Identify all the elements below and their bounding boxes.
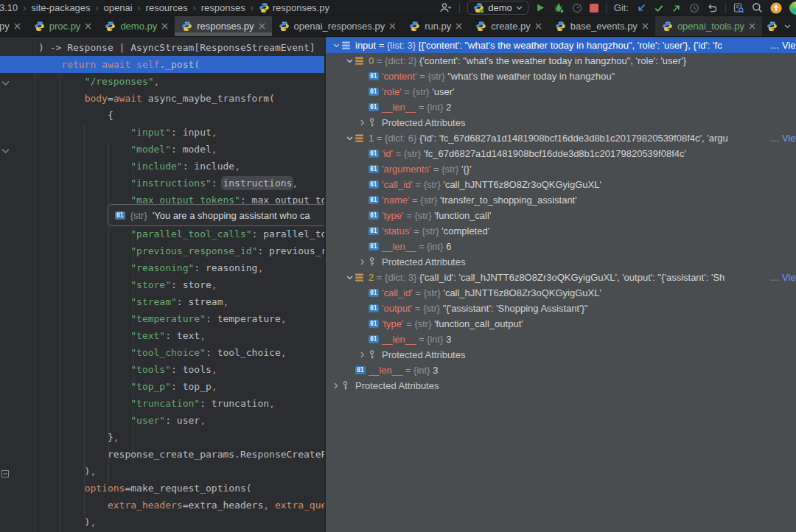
variable-row[interactable]: Protected Attributes	[326, 254, 796, 270]
profiler-icon[interactable]	[572, 3, 582, 13]
variable-row[interactable]: 01'type' = {str} 'function_call_output'	[326, 316, 796, 332]
git-label: Git:	[614, 2, 629, 13]
variable-row[interactable]: Protected Attributes	[326, 115, 796, 130]
close-icon[interactable]	[259, 23, 265, 29]
user-icon[interactable]	[439, 2, 452, 13]
tab-create.py[interactable]: create.py	[469, 16, 548, 36]
tab-openai_responses.py[interactable]: openai_responses.py	[272, 16, 403, 36]
view-link[interactable]: View	[782, 133, 796, 144]
tab-proc.py[interactable]: proc.py	[27, 16, 99, 36]
close-icon[interactable]	[14, 23, 21, 29]
chevron-down-icon[interactable]	[343, 276, 355, 280]
tab-py[interactable]: py	[0, 16, 27, 36]
code-token: ) -> Response | AsyncStream[ResponseStre…	[38, 42, 315, 53]
code-token: "top_p"	[130, 381, 171, 392]
variable-row[interactable]: 01__len__ = {int} 2	[326, 99, 796, 115]
find-icon[interactable]	[733, 3, 744, 13]
fold-expanded-icon[interactable]	[1, 148, 10, 154]
close-icon[interactable]	[455, 23, 462, 29]
chevron-right-icon[interactable]	[357, 351, 369, 358]
run-icon[interactable]	[536, 3, 545, 13]
history-icon[interactable]	[689, 3, 699, 13]
debug-variables-panel[interactable]: input = {list: 3} [{'content': "what's t…	[324, 37, 796, 532]
code-token	[38, 245, 130, 256]
python-icon[interactable]	[767, 21, 778, 32]
variable-row[interactable]: 01__len__ = {int} 3	[326, 332, 796, 347]
variable-value: {'call_id': 'call_hJNTT6z8O8Zr3oQKGyigGu…	[419, 272, 769, 283]
breadcrumb-item[interactable]: 3.10	[0, 2, 18, 13]
close-icon[interactable]	[749, 23, 755, 29]
close-icon[interactable]	[642, 23, 649, 29]
variable-row[interactable]: 1 = {dict: 6} {'id': 'fc_67d6827a1d14819…	[326, 130, 796, 146]
chevron-down-icon[interactable]	[343, 136, 355, 141]
code-token: ,	[114, 432, 119, 443]
run-configuration-selector[interactable]: demo	[467, 1, 528, 15]
variable-row[interactable]: 0 = {dict: 2} {'content': "what's the we…	[326, 53, 796, 69]
chevron-right-icon[interactable]	[330, 382, 342, 389]
chevron-down-icon	[516, 6, 523, 10]
variable-row[interactable]: 01'role' = {str} 'user'	[326, 84, 796, 99]
code-token	[38, 364, 130, 375]
plugin-sphere-icon[interactable]	[789, 1, 796, 15]
breadcrumb-item[interactable]: site-packages	[31, 2, 90, 13]
code-editor[interactable]: ) -> Response | AsyncStream[ResponseStre…	[0, 37, 324, 532]
code-token: ,	[223, 296, 228, 307]
fold-collapsed-icon[interactable]	[1, 470, 9, 477]
breadcrumb-item[interactable]: responses	[201, 2, 245, 13]
chevron-down-icon[interactable]	[343, 59, 355, 63]
rollback-icon[interactable]	[707, 3, 718, 13]
variable-row[interactable]: 01'arguments' = {str} '{}'	[326, 161, 796, 177]
debug-icon[interactable]	[553, 2, 565, 13]
tab-run.py[interactable]: run.py	[402, 16, 469, 36]
stop-icon[interactable]	[590, 4, 598, 13]
git-push-icon[interactable]	[671, 3, 682, 13]
tab-responses.py[interactable]: responses.py	[175, 16, 271, 36]
variable-row[interactable]: 01__len__ = {int} 3	[326, 363, 796, 378]
variable-row[interactable]: 01'call_id' = {str} 'call_hJNTT6z8O8Zr3o…	[326, 177, 796, 192]
variable-row[interactable]: 2 = {dict: 3} {'call_id': 'call_hJNTT6z8…	[326, 270, 796, 285]
update-badge-icon[interactable]	[770, 2, 782, 14]
primitive-type-icon: 01	[369, 103, 382, 111]
variable-row[interactable]: 01__len__ = {int} 6	[326, 239, 796, 254]
fold-expanded-icon[interactable]	[1, 80, 10, 86]
close-icon[interactable]	[535, 23, 542, 29]
chevron-right-icon[interactable]	[357, 259, 369, 265]
tab-openai_tools.py[interactable]: openai_tools.py	[655, 16, 762, 36]
breadcrumb-item[interactable]: resources	[146, 2, 188, 13]
variable-row[interactable]: 01'type' = {str} 'function_call'	[326, 208, 796, 223]
equals-sign: =	[404, 318, 415, 329]
close-icon[interactable]	[389, 23, 396, 29]
close-icon[interactable]	[85, 23, 91, 29]
code-token: ,	[212, 144, 217, 155]
tab-demo.py[interactable]: demo.py	[98, 16, 175, 36]
view-link[interactable]: View	[782, 272, 796, 283]
python-icon	[259, 2, 270, 13]
variable-row[interactable]: 01'call_id' = {str} 'call_hJNTT6z8O8Zr3o…	[326, 285, 796, 301]
chevron-right-icon[interactable]	[357, 119, 369, 126]
view-link[interactable]: View	[782, 40, 796, 51]
variable-row[interactable]: 01'output' = {str} "{'assistant': 'Shopp…	[326, 301, 796, 316]
variable-row[interactable]: 01'content' = {str} "what's the weather …	[326, 69, 796, 84]
variable-type: {list: 3}	[387, 40, 419, 51]
variable-row[interactable]: 01'name' = {str} 'transfer_to_shopping_a…	[326, 192, 796, 208]
variable-row[interactable]: Protected Attributes	[326, 378, 796, 393]
tab-base_events.py[interactable]: base_events.py	[548, 16, 655, 36]
variable-type: {int}	[427, 241, 446, 252]
toolbar-actions: demoGit:	[439, 1, 796, 15]
variable-row[interactable]: input = {list: 3} [{'content': "what's t…	[326, 38, 796, 53]
search-icon[interactable]	[752, 2, 763, 13]
chevron-down-icon[interactable]	[330, 43, 342, 48]
close-icon[interactable]	[161, 23, 168, 29]
tab-label: openai_responses.py	[294, 21, 385, 32]
variable-row[interactable]: 01'id' = {str} 'fc_67d6827a1d1481908bcf1…	[326, 146, 796, 161]
code-line: "/responses",	[0, 73, 324, 90]
python-icon	[105, 21, 116, 32]
variable-row[interactable]: Protected Attributes	[326, 347, 796, 363]
git-commit-icon[interactable]	[654, 3, 664, 13]
git-update-icon[interactable]	[636, 3, 646, 13]
variable-row[interactable]: 01'status' = {str} 'completed'	[326, 223, 796, 239]
variable-name: 1	[369, 133, 374, 144]
breadcrumb-item[interactable]: openai	[104, 2, 133, 13]
breadcrumb-item[interactable]: responses.py	[259, 2, 329, 13]
chevron-down-icon[interactable]	[784, 24, 791, 29]
